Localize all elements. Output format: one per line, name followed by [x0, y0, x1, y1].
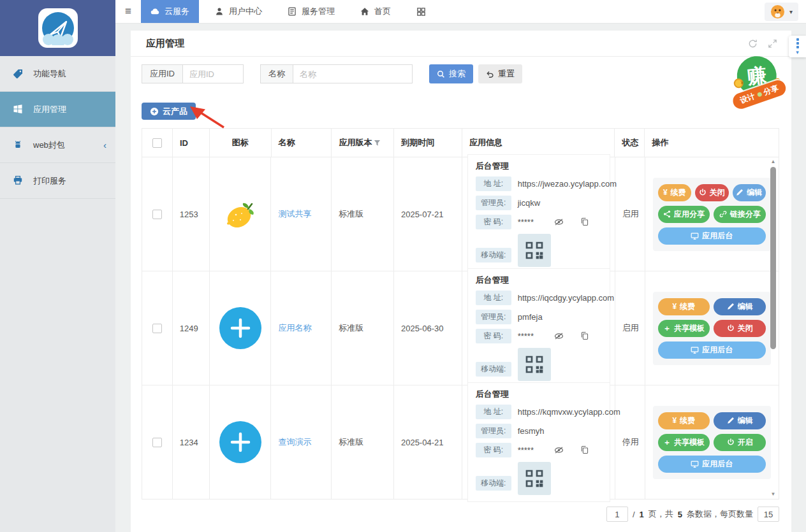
qr-code-icon[interactable] — [518, 462, 551, 495]
edit-button[interactable]: 编辑 — [733, 184, 766, 201]
qr-code-icon[interactable] — [518, 348, 551, 381]
sidebar-item-app-management[interactable]: 应用管理 — [0, 92, 115, 127]
backend-url: https://jwezao.ycylapp.com — [518, 179, 617, 189]
status-text: 启用 — [615, 157, 645, 271]
tab-home[interactable]: 首页 — [351, 0, 400, 23]
tag-icon — [13, 68, 24, 79]
monitor-icon — [691, 460, 699, 468]
edit-button[interactable]: 编辑 — [714, 298, 766, 315]
row-checkbox[interactable] — [152, 438, 162, 447]
page-number-input[interactable] — [606, 507, 628, 522]
undo-icon — [486, 70, 494, 78]
app-screen: 功能导航 应用管理 web封包 ‹ 打印服务 ≡ — [0, 0, 806, 532]
eye-off-icon[interactable] — [554, 445, 564, 455]
filter-funnel-icon[interactable] — [374, 140, 381, 147]
header-status: 状态 — [615, 129, 645, 157]
reset-button[interactable]: 重置 — [478, 64, 522, 83]
share-template-button[interactable]: ＋共享模板 — [658, 434, 710, 451]
app-name-link[interactable]: 测试共享 — [278, 208, 311, 220]
chevron-left-icon: ‹ — [103, 140, 106, 150]
backend-url: https://iqcdgy.ycylapp.com — [518, 293, 615, 303]
tab-label: 首页 — [374, 6, 391, 17]
app-id-filter-group: 应用ID — [142, 64, 244, 83]
pencil-icon — [727, 417, 735, 424]
sidebar-item-print-service[interactable]: 打印服务 — [0, 163, 115, 199]
header-icon: 图标 — [210, 129, 272, 157]
qr-code-icon[interactable] — [518, 234, 551, 267]
sidebar-item-feature-nav[interactable]: 功能导航 — [0, 56, 115, 92]
search-bar: 应用ID 名称 搜索 重置 — [142, 64, 791, 83]
earn-promo-badge[interactable]: 赚 ¥ 设计 分享 — [730, 54, 787, 113]
table-scrollbar: ▲ ▼ — [769, 158, 777, 498]
cloud-product-button[interactable]: 云产品 — [142, 103, 196, 120]
list-icon — [288, 7, 297, 17]
scrollbar-down-arrow[interactable]: ▼ — [769, 491, 777, 498]
tab-service-management[interactable]: 服务管理 — [278, 0, 344, 23]
refresh-icon[interactable] — [748, 39, 758, 48]
search-button[interactable]: 搜索 — [429, 64, 473, 83]
app-backend-button[interactable]: 应用后台 — [658, 227, 766, 245]
widget-dot — [796, 38, 799, 41]
widget-dot — [796, 46, 799, 48]
power-icon — [727, 324, 735, 332]
select-all-checkbox[interactable] — [152, 138, 162, 148]
cell-expire-date: 2025-07-21 — [394, 157, 462, 271]
app-name-link[interactable]: 应用名称 — [278, 322, 311, 334]
sidebar-item-web-package[interactable]: web封包 ‹ — [0, 127, 115, 163]
app-backend-button[interactable]: 应用后台 — [658, 456, 766, 473]
plus-app-icon — [219, 421, 261, 463]
header-expire: 到期时间 — [394, 129, 462, 157]
tab-cloud-service[interactable]: 云服务 — [141, 0, 199, 23]
row-checkbox[interactable] — [152, 324, 162, 333]
row-actions: ¥续费 编辑 ＋共享模板 关闭 应用后台 — [653, 292, 771, 365]
enable-button[interactable]: 开启 — [714, 434, 766, 451]
sidebar: 功能导航 应用管理 web封包 ‹ 打印服务 — [0, 0, 115, 532]
password-chip: 密 码: — [476, 329, 511, 343]
app-logo — [38, 8, 78, 48]
app-name-link[interactable]: 查询演示 — [278, 436, 311, 448]
app-id-input[interactable] — [182, 64, 244, 83]
close-button[interactable]: 关闭 — [714, 320, 766, 337]
row-checkbox[interactable] — [152, 210, 162, 219]
admin-value: pmfeja — [518, 312, 543, 322]
applications-table: ID 图标 名称 应用版本 到期时间 应用信息 状态 操作 1253 — [142, 128, 779, 500]
tab-apps-grid[interactable] — [407, 0, 436, 23]
mobile-chip: 移动端: — [476, 248, 511, 262]
printer-icon — [13, 175, 24, 186]
share-template-button[interactable]: ＋共享模板 — [658, 320, 710, 337]
mobile-chip: 移动端: — [476, 476, 511, 491]
user-avatar-menu[interactable]: ▾ — [765, 3, 798, 21]
address-chip: 地 址: — [476, 405, 511, 419]
edit-button[interactable]: 编辑 — [714, 412, 766, 429]
password-mask: ***** — [518, 217, 534, 227]
renew-button[interactable]: ¥续费 — [658, 298, 710, 315]
tab-label: 云服务 — [165, 6, 189, 17]
eye-off-icon[interactable] — [554, 331, 564, 341]
backend-info-card: 后台管理 地 址:https://kqmvxw.ycylapp.com 管理员:… — [467, 382, 610, 502]
grid-icon — [416, 7, 426, 17]
fullscreen-icon[interactable] — [768, 39, 777, 48]
windows-icon — [13, 104, 24, 115]
copy-icon[interactable] — [580, 217, 589, 227]
copy-icon[interactable] — [580, 445, 589, 455]
scrollbar-thumb[interactable] — [770, 167, 776, 349]
link-share-button[interactable]: 链接分享 — [714, 206, 766, 223]
copy-icon[interactable] — [580, 331, 589, 341]
floating-side-widget[interactable]: ▾ — [789, 36, 806, 57]
app-share-button[interactable]: 应用分享 — [658, 206, 710, 223]
pencil-icon — [736, 189, 744, 196]
per-page-input[interactable] — [758, 507, 779, 522]
close-button[interactable]: 关闭 — [695, 184, 728, 201]
monitor-icon — [691, 346, 699, 354]
scrollbar-up-arrow[interactable]: ▲ — [769, 158, 777, 166]
password-mask: ***** — [518, 445, 534, 455]
tab-user-center[interactable]: 用户中心 — [205, 0, 272, 23]
eye-off-icon[interactable] — [554, 217, 564, 227]
hamburger-menu-icon[interactable]: ≡ — [115, 0, 141, 23]
total-pages: 1 — [640, 510, 644, 519]
app-backend-button[interactable]: 应用后台 — [658, 341, 766, 359]
renew-button[interactable]: ¥续费 — [658, 184, 691, 201]
name-input[interactable] — [293, 64, 413, 83]
admin-value: jicqkw — [518, 198, 540, 208]
renew-button[interactable]: ¥续费 — [658, 412, 710, 429]
